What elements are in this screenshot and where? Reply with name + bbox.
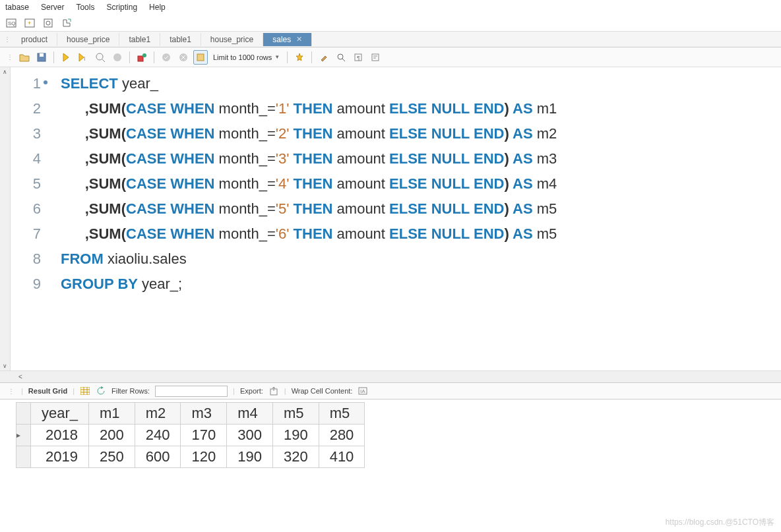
column-header[interactable]: m5 [319, 403, 365, 425]
column-header[interactable]: m5 [272, 403, 319, 425]
result-toolbar: ⋮ | Result Grid | Filter Rows: | Export:… [0, 382, 781, 399]
svg-rect-7 [40, 53, 44, 57]
wrap-cell-label: Wrap Cell Content: [292, 387, 353, 395]
svg-rect-4 [44, 19, 52, 27]
cell[interactable]: 120 [181, 446, 227, 468]
export-icon[interactable] [268, 386, 279, 396]
column-header[interactable]: m3 [181, 403, 227, 425]
tab-sales-label: sales [272, 35, 291, 44]
scroll-up-icon[interactable]: ∧ [3, 69, 7, 75]
svg-point-9 [96, 53, 103, 60]
sql-editor: ∧ ∨ 123456789 SELECT year_ ,SUM(CASE WHE… [0, 67, 781, 370]
tab-sales[interactable]: sales ✕ [263, 33, 312, 46]
result-overflow-icon[interactable]: ⋮ [7, 388, 16, 395]
cell[interactable]: 600 [135, 446, 181, 468]
execute-current-icon[interactable]: I [76, 50, 90, 65]
toggle-limit-icon[interactable] [193, 50, 208, 65]
menu-server[interactable]: Server [41, 3, 64, 12]
svg-point-14 [162, 53, 170, 61]
cell[interactable]: 410 [319, 446, 365, 468]
brush-icon[interactable] [317, 50, 331, 65]
tab-house-price-2[interactable]: house_price [201, 33, 263, 46]
svg-rect-16 [197, 54, 204, 61]
vertical-scrollbar[interactable]: ∧ ∨ [0, 67, 11, 370]
column-header[interactable]: m2 [135, 403, 181, 425]
cell[interactable]: 2019 [31, 446, 89, 468]
main-toolbar: SQ + [0, 15, 781, 32]
tab-overflow-icon[interactable]: ⋮ [3, 36, 12, 43]
tab-table1-1[interactable]: table1 [119, 33, 160, 46]
scroll-left-icon[interactable]: < [18, 373, 22, 380]
line-gutter: 123456789 [11, 67, 50, 370]
column-header[interactable]: m1 [89, 403, 135, 425]
cell[interactable]: 190 [227, 446, 273, 468]
cell[interactable]: 200 [89, 425, 135, 446]
svg-text:+: + [28, 20, 31, 26]
limit-rows-dropdown[interactable]: Limit to 1000 rows ▼ [210, 53, 282, 61]
cell[interactable]: 250 [89, 446, 135, 468]
svg-text:¶: ¶ [357, 55, 360, 61]
svg-point-17 [338, 54, 343, 59]
cell[interactable]: 280 [319, 425, 365, 446]
export-label: Export: [240, 387, 263, 395]
inspector-icon[interactable] [42, 17, 54, 29]
document-tabs: ⋮ product house_price table1 table1 hous… [0, 32, 781, 47]
cell[interactable]: 240 [135, 425, 181, 446]
svg-text:I: I [84, 55, 86, 62]
tab-house-price-1[interactable]: house_price [57, 33, 119, 46]
cell[interactable]: 300 [227, 425, 273, 446]
svg-point-5 [46, 21, 50, 25]
invisible-chars-icon[interactable]: ¶ [351, 50, 365, 65]
beautify-icon[interactable] [292, 50, 307, 65]
cell[interactable]: 2018 [31, 425, 89, 446]
save-icon[interactable] [34, 50, 49, 65]
svg-line-10 [102, 59, 105, 62]
wrap-icon[interactable] [368, 50, 383, 65]
close-icon[interactable]: ✕ [296, 35, 302, 44]
horizontal-scrollbar[interactable]: < [0, 370, 781, 382]
cell[interactable]: 320 [272, 446, 319, 468]
explain-icon[interactable] [93, 50, 108, 65]
cell[interactable]: 170 [181, 425, 227, 446]
column-header[interactable]: m4 [227, 403, 273, 425]
menu-tools[interactable]: Tools [76, 3, 94, 12]
stop-icon[interactable] [110, 50, 125, 65]
svg-rect-22 [80, 387, 90, 395]
autocommit-icon[interactable] [159, 50, 173, 65]
sql-code-area[interactable]: SELECT year_ ,SUM(CASE WHEN month_='1' T… [50, 67, 781, 370]
menu-bar: tabase Server Tools Scripting Help [0, 0, 781, 15]
wrap-cell-icon[interactable]: IA [358, 386, 368, 396]
svg-text:SQ: SQ [8, 20, 16, 26]
menu-database[interactable]: tabase [5, 3, 29, 12]
toolbar-overflow-icon[interactable]: ⋮ [5, 53, 15, 61]
filter-rows-label: Filter Rows: [111, 387, 150, 395]
commit-icon[interactable] [135, 50, 149, 65]
svg-rect-12 [138, 56, 143, 61]
data-export-icon[interactable] [61, 17, 73, 29]
result-grid-label: Result Grid [28, 387, 67, 395]
svg-text:IA: IA [360, 388, 365, 394]
menu-help[interactable]: Help [149, 3, 166, 12]
limit-rows-label: Limit to 1000 rows [213, 53, 272, 61]
grid-view-icon[interactable] [80, 386, 90, 396]
svg-rect-21 [372, 54, 379, 61]
sql-toolbar: ⋮ I Limit to 1000 rows ▼ ¶ [0, 47, 781, 67]
open-file-icon[interactable] [17, 50, 32, 65]
filter-rows-input[interactable] [155, 386, 228, 397]
refresh-icon[interactable] [96, 386, 106, 396]
rollback-icon[interactable] [176, 50, 191, 65]
execute-icon[interactable] [59, 50, 73, 65]
watermark: https://blog.csdn.@51CTO博客 [666, 517, 774, 528]
menu-scripting[interactable]: Scripting [106, 3, 137, 12]
find-icon[interactable] [334, 50, 348, 65]
tab-table1-2[interactable]: table1 [160, 33, 201, 46]
cell[interactable]: 190 [272, 425, 319, 446]
sql-editor-icon[interactable]: SQ [5, 17, 17, 29]
tab-product[interactable]: product [12, 33, 57, 46]
column-header[interactable]: year_ [31, 403, 89, 425]
new-tab-icon[interactable]: + [24, 17, 36, 29]
svg-point-13 [142, 53, 146, 57]
result-table[interactable]: year_m1m2m3m4m5m5▸2018200240170300190280… [16, 402, 365, 468]
scroll-down-icon[interactable]: ∨ [3, 363, 7, 369]
chevron-down-icon: ▼ [274, 54, 280, 60]
